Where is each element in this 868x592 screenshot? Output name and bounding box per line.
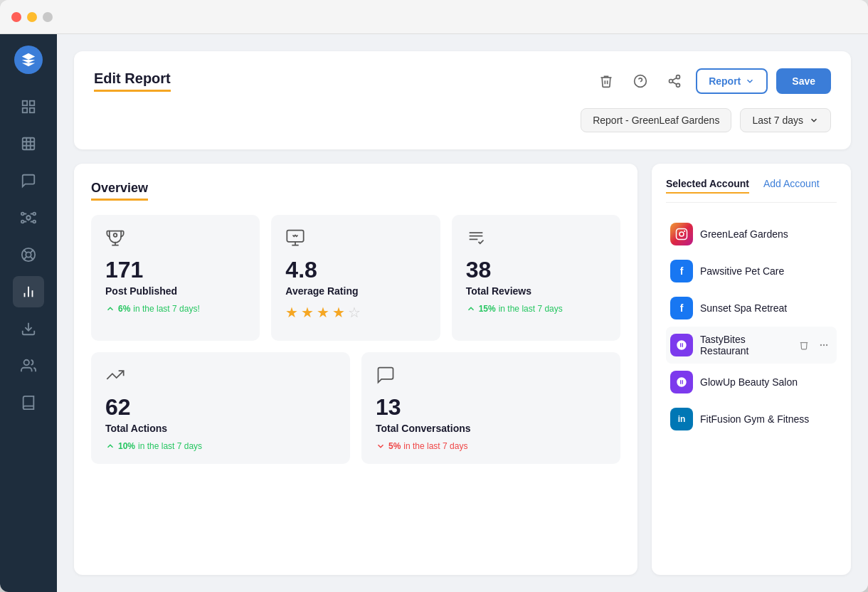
sidebar-item-dashboard[interactable] [13,91,44,122]
sidebar-item-support[interactable] [13,239,44,270]
account-item-greenleaf[interactable]: GreenLeaf Gardens [666,216,837,253]
help-icon [633,74,647,88]
star-2: ★ [301,304,314,321]
svg-point-16 [24,360,29,365]
svg-point-19 [677,75,680,79]
total-conversations-trend-text: in the last 7 days [403,441,467,451]
svg-rect-2 [23,108,27,112]
total-conversations-trend: 5% in the last 7 days [376,441,606,451]
total-actions-trend-text: in the last 7 days [138,441,202,451]
svg-line-23 [672,78,677,80]
greenleaf-avatar [670,223,693,245]
account-item-fitfusion[interactable]: in FitFusion Gym & Fitness [666,401,837,438]
star-4: ★ [332,304,345,321]
dashboard-icon [21,99,36,115]
svg-point-21 [677,83,680,87]
total-actions-value: 62 [105,395,336,420]
pawsitive-name: Pawsitive Pet Care [700,265,832,277]
titlebar [0,0,868,34]
account-item-glowup[interactable]: GlowUp Beauty Salon [666,364,837,401]
account-item-sunset[interactable]: f Sunset Spa Retreat [666,290,837,327]
sidebar-item-team[interactable] [13,350,44,381]
app-body: Edit Report [0,34,868,592]
svg-point-29 [820,344,822,346]
share-icon [667,74,682,88]
total-conversations-value: 13 [376,395,606,420]
sidebar-item-library[interactable] [13,387,44,418]
trash-icon [599,74,613,88]
total-reviews-trend-text: in the last 7 days [499,304,563,314]
accounts-header: Selected Account Add Account [666,178,837,203]
trend-up-icon-2 [466,304,476,314]
total-reviews-trend-pct: 15% [479,304,496,314]
svg-rect-0 [23,101,27,105]
sidebar-item-network[interactable] [13,202,44,233]
stat-card-total-actions: 62 Total Actions 10% in the last 7 days [91,352,350,464]
network-icon [21,210,36,226]
star-row: ★ ★ ★ ★ ☆ [285,304,425,321]
close-button[interactable] [11,12,21,22]
library-icon [21,395,36,411]
header-actions: Report Save [593,68,831,94]
sidebar-item-download[interactable] [13,313,44,344]
report-button[interactable]: Report [696,68,768,94]
instagram-icon [675,228,688,240]
svg-point-8 [21,221,24,223]
date-range-select[interactable]: Last 7 days [740,108,831,132]
stat-card-average-rating: 4.8 Average Rating ★ ★ ★ ★ ☆ [271,215,440,341]
stat-card-total-conversations: 13 Total Conversations 5% in the last 7 … [361,352,620,464]
messages-icon [21,173,36,189]
stats-top-grid: 171 Post Published 6% in the last 7 days… [91,215,620,341]
edit-report-header: Edit Report [94,68,831,94]
tastybites-delete-btn[interactable] [795,337,813,354]
sidebar-item-grid[interactable] [13,128,44,159]
svg-rect-3 [30,108,34,112]
tastybites-more-btn[interactable] [815,337,832,354]
average-rating-value: 4.8 [285,258,425,282]
total-actions-icon [105,365,336,388]
total-conversations-label: Total Conversations [376,423,606,434]
actions-icon [105,365,125,385]
account-item-pawsitive[interactable]: f Pawsitive Pet Care [666,253,837,290]
save-button[interactable]: Save [776,68,831,94]
post-published-trend-pct: 6% [118,304,130,314]
sidebar-item-messages[interactable] [13,165,44,196]
svg-line-22 [672,82,677,84]
sidebar-logo[interactable] [14,46,43,74]
greenleaf-name: GreenLeaf Gardens [700,228,832,240]
support-icon [21,247,36,263]
total-actions-label: Total Actions [105,423,336,434]
delete-button[interactable] [593,68,619,94]
maximize-button[interactable] [43,12,53,22]
svg-rect-1 [30,101,34,105]
main-content: Edit Report [57,34,868,592]
grid-icon [21,136,36,152]
trend-down-icon [376,441,386,451]
glowup-icon [676,376,687,388]
edit-report-card: Edit Report [74,51,851,149]
total-reviews-label: Total Reviews [466,285,606,297]
fitfusion-name: FitFusion Gym & Fitness [700,413,832,425]
svg-point-30 [823,344,825,346]
svg-point-28 [684,231,685,232]
sunset-avatar: f [670,297,693,319]
rating-icon [285,228,305,248]
sidebar [0,34,57,592]
account-trash-icon [799,340,809,350]
share-button[interactable] [662,68,687,94]
account-item-tastybites[interactable]: TastyBites Restaurant [666,327,837,364]
sidebar-item-analytics[interactable] [13,276,44,307]
selected-account-tab[interactable]: Selected Account [666,178,749,194]
accounts-panel: Selected Account Add Account GreenL [652,164,851,575]
stat-card-post-published: 171 Post Published 6% in the last 7 days… [91,215,260,341]
overview-title: Overview [91,181,148,201]
svg-point-24 [114,233,117,237]
app-window: Edit Report [0,0,868,592]
tastybites-name: TastyBites Restaurant [700,334,788,356]
star-5: ☆ [348,304,361,321]
minimize-button[interactable] [27,12,37,22]
help-button[interactable] [628,68,653,94]
add-account-tab[interactable]: Add Account [763,178,820,194]
more-icon [819,340,829,350]
fitfusion-avatar: in [670,408,693,430]
